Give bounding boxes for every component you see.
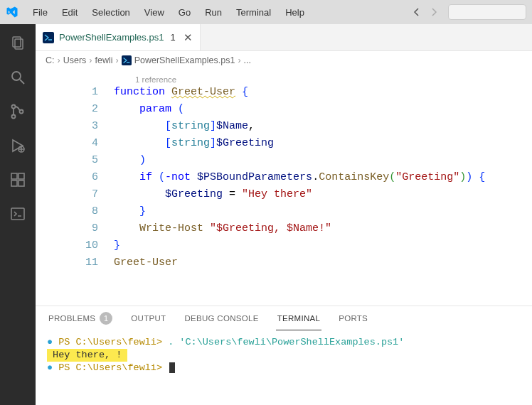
svg-line-3	[20, 80, 24, 84]
chevron-right-icon: ›	[58, 55, 60, 65]
tab-dirty-indicator: 1	[169, 32, 175, 43]
problems-count-badge: 1	[100, 312, 112, 325]
svg-point-2	[12, 72, 21, 80]
chevron-right-icon: ›	[89, 55, 92, 65]
line-number-gutter: 1 2 3 4 5 6 7 8 9 10 11	[36, 84, 114, 271]
panel-tab-ports[interactable]: PORTS	[337, 306, 369, 330]
svg-rect-13	[18, 173, 24, 179]
powershell-file-icon	[43, 32, 54, 43]
svg-point-5	[12, 115, 16, 119]
tab-filename: PowerShellExamples.ps1	[59, 32, 164, 43]
search-icon[interactable]	[9, 68, 27, 87]
menu-terminal[interactable]: Terminal	[229, 7, 278, 18]
terminal-highlighted-output: Hey there, !	[47, 349, 127, 362]
panel-tab-terminal[interactable]: TERMINAL	[276, 306, 322, 330]
breadcrumb-user[interactable]: fewli	[95, 55, 113, 65]
menu-edit[interactable]: Edit	[55, 7, 85, 18]
svg-rect-1	[15, 39, 23, 49]
terminal-content[interactable]: ● PS C:\Users\fewli> . 'C:\Users\fewli\P…	[36, 330, 532, 405]
editor-content[interactable]: 1 reference 1 2 3 4 5 6 7 8 9 10 11 func…	[36, 70, 532, 306]
nav-back-icon[interactable]	[408, 4, 425, 20]
terminal-cursor	[169, 362, 175, 373]
panel-tab-bar: PROBLEMS 1 OUTPUT DEBUG CONSOLE TERMINAL…	[36, 306, 532, 330]
svg-rect-12	[18, 180, 24, 186]
bottom-panel: PROBLEMS 1 OUTPUT DEBUG CONSOLE TERMINAL…	[36, 306, 532, 405]
breadcrumb-ellipsis[interactable]: ...	[244, 55, 251, 65]
vscode-logo-icon	[6, 6, 18, 18]
panel-tab-debug-console[interactable]: DEBUG CONSOLE	[183, 306, 260, 330]
activity-bar	[0, 24, 36, 405]
breadcrumb-file[interactable]: PowerShellExamples.ps1	[122, 55, 235, 65]
chevron-right-icon: ›	[238, 55, 240, 65]
svg-rect-14	[11, 208, 24, 220]
tab-close-icon[interactable]: ✕	[181, 31, 193, 44]
chevron-right-icon: ›	[116, 55, 119, 65]
explorer-icon[interactable]	[9, 34, 27, 53]
menu-file[interactable]: File	[26, 7, 55, 18]
svg-rect-11	[11, 180, 17, 186]
codelens-references[interactable]: 1 reference	[135, 71, 176, 88]
source-control-icon[interactable]	[9, 102, 27, 121]
svg-rect-0	[13, 37, 21, 47]
panel-tab-problems[interactable]: PROBLEMS 1	[47, 306, 114, 330]
nav-forward-icon[interactable]	[425, 4, 442, 20]
menu-help[interactable]: Help	[278, 7, 312, 18]
menu-go[interactable]: Go	[171, 7, 198, 18]
terminal-panel-icon[interactable]	[9, 205, 27, 223]
svg-point-4	[12, 105, 16, 109]
code-lines[interactable]: function Greet-User { param ( [string]$N…	[114, 84, 532, 271]
panel-tab-output[interactable]: OUTPUT	[129, 306, 167, 330]
extensions-icon[interactable]	[9, 171, 27, 189]
menu-view[interactable]: View	[137, 7, 171, 18]
breadcrumb[interactable]: C: › Users › fewli › PowerShellExamples.…	[36, 51, 532, 70]
breadcrumb-drive[interactable]: C:	[46, 55, 55, 65]
command-center-search[interactable]	[448, 4, 526, 20]
menu-bar: File Edit Selection View Go Run Terminal…	[0, 0, 532, 24]
menu-run[interactable]: Run	[198, 7, 229, 18]
menu-selection[interactable]: Selection	[85, 7, 137, 18]
editor-tab[interactable]: PowerShellExamples.ps1 1 ✕	[36, 24, 201, 50]
editor-tab-bar: PowerShellExamples.ps1 1 ✕	[36, 24, 532, 51]
svg-point-6	[20, 110, 23, 114]
run-debug-icon[interactable]	[9, 136, 27, 155]
svg-rect-10	[11, 173, 17, 179]
breadcrumb-users[interactable]: Users	[63, 55, 87, 65]
